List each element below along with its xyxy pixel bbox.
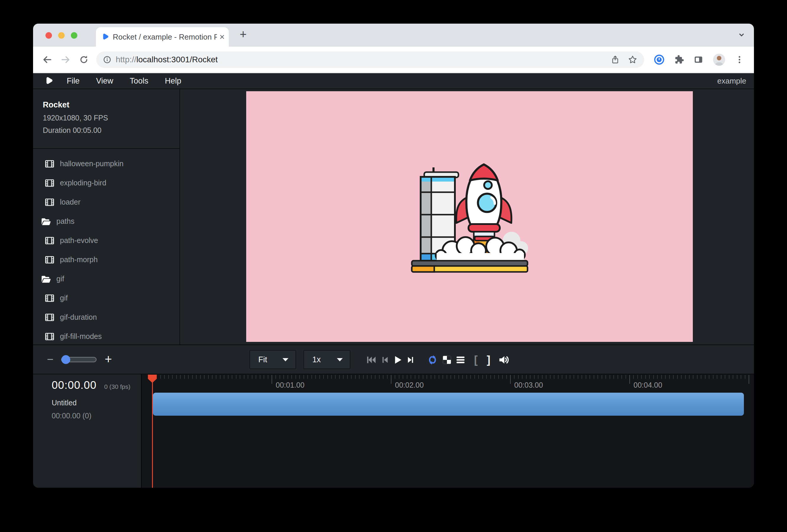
ruler-frame-tick [709,375,709,379]
ruler-second-tick [391,375,391,384]
previous-frame-icon [380,355,390,365]
speed-select[interactable]: 1x [303,350,350,369]
ruler-frame-tick [514,375,514,379]
menu-file[interactable]: File [67,77,80,86]
ruler-frame-tick [200,375,201,379]
volume-icon [498,354,510,366]
ruler-frame-tick [204,375,205,379]
ruler-frame-tick [554,375,554,379]
ruler-frame-tick [502,375,503,379]
skip-to-start-button[interactable] [365,354,377,366]
folder-item-paths[interactable]: paths [33,212,179,231]
close-window-button[interactable] [45,32,52,39]
ruler-frame-tick [566,375,567,379]
ruler-frame-tick [367,375,367,379]
menu-view[interactable]: View [96,77,113,86]
set-in-marker-button[interactable]: [ [470,354,482,366]
composition-item-loader[interactable]: loader [33,192,179,212]
maximize-window-button[interactable] [71,32,77,39]
ruler-frame-tick [355,375,356,379]
ruler-frame-tick [240,375,240,379]
tab-close-icon[interactable]: × [219,33,225,41]
previous-frame-button[interactable] [379,354,391,366]
ruler-frame-tick [574,375,574,379]
composition-item-path-morph[interactable]: path-morph [33,250,179,269]
loop-toggle-button[interactable] [427,354,439,366]
ruler-frame-tick [459,375,459,379]
playhead-line[interactable] [152,378,153,488]
timeline-track-area[interactable]: 00:01.0000:02.0000:03.0000:04.00 [142,374,754,488]
composition-item-exploding-bird[interactable]: exploding-bird [33,173,179,192]
current-frame-info: 0 (30 fps) [104,383,130,390]
ruler-frame-tick [570,375,570,379]
ruler-frame-tick [538,375,538,379]
playhead-marker[interactable] [147,374,157,383]
reload-button[interactable] [77,53,90,66]
new-tab-button[interactable]: + [240,28,247,41]
ruler-frame-tick [256,375,256,379]
address-bar[interactable]: http://localhost:3001/Rocket [96,51,644,68]
ruler-frame-tick [530,375,530,379]
zoom-in-button[interactable]: + [103,353,114,366]
ruler-frame-tick [641,375,642,379]
extensions-puzzle-icon[interactable] [674,54,684,65]
film-icon [45,236,54,245]
composition-label: exploding-bird [60,178,106,187]
size-select[interactable]: Fit [250,350,296,369]
next-frame-button[interactable] [405,354,417,366]
ruler-label: 00:01.00 [276,381,304,389]
ruler-frame-tick [721,375,721,379]
tab-search-chevron-icon[interactable] [737,30,746,40]
menu-tools[interactable]: Tools [130,77,148,86]
composition-item-halloween-pumpkin[interactable]: halloween-pumpkin [33,154,179,173]
timeline-panel-toggle-button[interactable] [454,354,466,366]
ruler-frame-tick [673,375,674,379]
tab-strip: Rocket / example - Remotion Pre × + [33,24,754,47]
back-button[interactable] [41,53,54,66]
menubar-items: FileViewToolsHelp [67,77,181,86]
composition-item-gif-duration[interactable]: gif-duration [33,307,179,327]
ruler-frame-tick [371,375,371,379]
zoom-out-button[interactable]: − [45,354,56,365]
ruler-frame-tick [482,375,483,379]
volume-button[interactable] [498,354,510,366]
menu-help[interactable]: Help [165,77,182,86]
ruler-frame-tick [454,375,455,379]
composition-label: paths [56,217,75,226]
transparency-toggle-button[interactable] [441,354,453,366]
ruler-frame-tick [347,375,348,379]
ruler-frame-tick [745,375,745,379]
ruler-frame-tick [697,375,698,379]
zoom-slider-thumb[interactable] [61,355,70,364]
ruler-frame-tick [291,375,292,379]
ruler-frame-tick [637,375,638,379]
back-icon [42,54,52,65]
play-button[interactable] [392,354,404,366]
avatar[interactable] [712,53,726,66]
onepassword-icon[interactable] [654,54,665,65]
set-out-marker-button[interactable]: ] [483,354,494,366]
ruler-frame-tick [164,375,165,379]
forward-button[interactable] [59,53,72,66]
ruler-frame-tick [180,375,180,379]
bookmark-star-icon[interactable] [628,55,638,65]
ruler-frame-tick [212,375,213,379]
info-icon[interactable] [103,55,112,64]
folder-item-gif[interactable]: gif [33,269,179,289]
ruler-label: 00:02.00 [395,381,424,389]
ruler-frame-tick [248,375,248,379]
composition-item-gif-fill-modes[interactable]: gif-fill-modes [33,327,179,344]
side-panel-icon[interactable] [693,54,704,65]
composition-item-gif[interactable]: gif [33,289,179,307]
share-icon[interactable] [611,55,620,64]
browser-actions [654,53,744,66]
ruler-frame-tick [450,375,451,379]
composition-item-path-evolve[interactable]: path-evolve [33,231,179,250]
ruler-frame-tick [331,375,332,379]
remotion-logo-icon[interactable] [44,77,53,85]
browser-tab[interactable]: Rocket / example - Remotion Pre × [96,27,229,47]
timeline-sequence-bar[interactable] [153,393,744,416]
more-menu-icon[interactable] [735,55,744,65]
minimize-window-button[interactable] [58,32,65,39]
ruler-frame-tick [486,375,487,379]
